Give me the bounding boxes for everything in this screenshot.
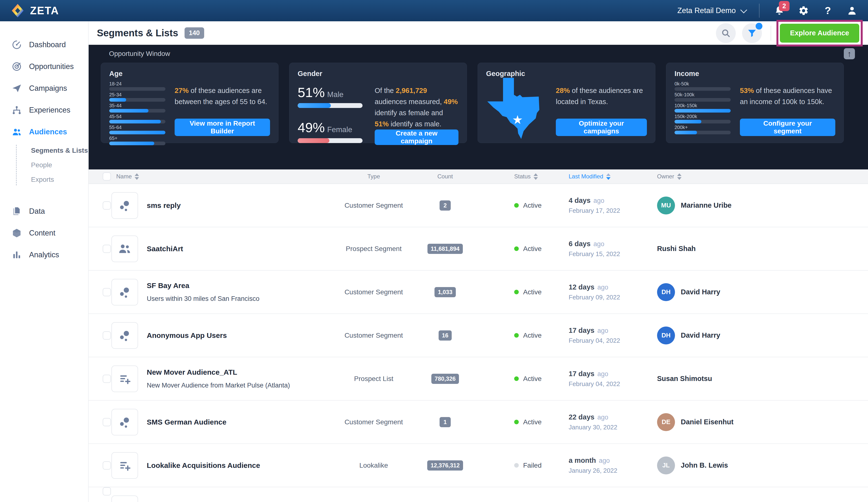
opportunity-window-header: Opportunity Window ↑ bbox=[101, 45, 856, 63]
sidebar-item-label: Audiences bbox=[29, 127, 67, 136]
sidebar-subitem-segments-lists[interactable]: Segments & Lists bbox=[31, 143, 88, 158]
row-checkbox[interactable] bbox=[103, 245, 111, 253]
count-badge: 12,376,312 bbox=[427, 460, 463, 471]
row-checkbox[interactable] bbox=[103, 201, 111, 210]
segment-name[interactable]: SF Bay Area bbox=[147, 282, 318, 290]
sidebar-item-dashboard[interactable]: Dashboard bbox=[0, 34, 88, 56]
sidebar-item-analytics[interactable]: Analytics bbox=[0, 244, 88, 266]
column-header-last-modified[interactable]: Last Modified bbox=[565, 173, 652, 180]
account-switcher[interactable]: Zeta Retail Demo bbox=[678, 6, 745, 15]
owner-cell: Rushi Shah bbox=[652, 245, 779, 253]
row-checkbox[interactable] bbox=[103, 288, 111, 296]
sidebar-subitem-exports[interactable]: Exports bbox=[31, 172, 88, 187]
sort-icon[interactable] bbox=[135, 173, 139, 180]
notifications-button[interactable]: 2 bbox=[773, 4, 786, 17]
segment-type: Customer Segment bbox=[325, 288, 422, 296]
modified-ago-suffix: ago bbox=[597, 370, 608, 378]
sidebar-item-opportunities[interactable]: Opportunities bbox=[0, 56, 88, 77]
card-title: Age bbox=[109, 70, 270, 78]
search-button[interactable] bbox=[716, 23, 736, 43]
row-checkbox[interactable] bbox=[103, 418, 111, 426]
bar-track bbox=[109, 120, 165, 124]
column-header-owner[interactable]: Owner bbox=[652, 173, 779, 180]
user-icon bbox=[847, 5, 857, 16]
owner-avatar: JL bbox=[657, 457, 675, 474]
sidebar-item-data[interactable]: Data bbox=[0, 200, 88, 222]
bar-track bbox=[674, 120, 731, 124]
select-all-checkbox[interactable] bbox=[103, 172, 111, 180]
last-modified-cell: 17 daysagoFebruary 04, 2022 bbox=[565, 326, 652, 344]
filter-active-dot bbox=[756, 23, 762, 30]
text-fragment: of these audiences have an income of 100… bbox=[740, 87, 832, 106]
column-header-count[interactable]: Count bbox=[422, 173, 468, 180]
modified-ago-suffix: ago bbox=[593, 240, 604, 248]
filter-button[interactable] bbox=[742, 23, 762, 43]
segment-dots-icon bbox=[117, 328, 132, 343]
distribution-bar: 50k-100k bbox=[674, 92, 731, 102]
explore-audience-button[interactable]: Explore Audience bbox=[780, 24, 859, 43]
highlight-value: 49% bbox=[444, 98, 458, 106]
owner-cell: JLJohn B. Lewis bbox=[652, 457, 779, 474]
profile-button[interactable] bbox=[846, 4, 858, 17]
row-checkbox[interactable] bbox=[103, 487, 111, 495]
sort-icon[interactable] bbox=[534, 173, 538, 180]
status-label: Active bbox=[523, 288, 541, 296]
gender-bar-fill bbox=[298, 103, 331, 108]
column-label: Count bbox=[437, 173, 453, 180]
card-action-button-optimize-your-campaigns[interactable]: Optimize your campaigns bbox=[556, 118, 647, 136]
card-action-button-create-a-new-campaign[interactable]: Create a new campaign bbox=[375, 129, 458, 145]
main-content: Segments & Lists 140 bbox=[89, 21, 868, 502]
segment-name[interactable]: Anonymous App Users bbox=[147, 331, 318, 339]
segment-name-block: SMS German Audience bbox=[147, 418, 325, 426]
status-dot-active bbox=[514, 203, 519, 208]
zeta-app: ZETA Zeta Retail Demo 2 ? bbox=[0, 0, 868, 502]
column-header-type[interactable]: Type bbox=[325, 173, 422, 180]
sidebar-item-campaigns[interactable]: Campaigns bbox=[0, 77, 88, 99]
row-checkbox[interactable] bbox=[103, 331, 111, 339]
brand[interactable]: ZETA bbox=[11, 4, 59, 18]
status-label: Failed bbox=[523, 462, 541, 469]
gender-percent: 49% bbox=[298, 120, 325, 135]
topnav-divider bbox=[759, 4, 760, 18]
segment-name-block: Anonymous App Users bbox=[147, 331, 325, 339]
segment-name[interactable]: New Mover Audience_ATL bbox=[147, 368, 318, 376]
bar-label: 50k-100k bbox=[674, 92, 731, 97]
count-badge: 2 bbox=[440, 200, 451, 211]
collapse-panel-icon[interactable]: ↑ bbox=[844, 48, 855, 59]
segment-name[interactable]: Lookalike Acquisitions Audience bbox=[147, 461, 318, 470]
card-action-button-view-more-in-report-builder[interactable]: View more in Report Builder bbox=[175, 118, 270, 136]
status-label: Active bbox=[523, 202, 541, 209]
modified-date: January 26, 2022 bbox=[569, 467, 652, 474]
sidebar-item-content[interactable]: Content bbox=[0, 222, 88, 244]
sidebar-item-label: Data bbox=[29, 207, 45, 216]
sort-down-arrow bbox=[677, 177, 682, 180]
table-row-sms-reply: sms replyCustomer Segment2Active4 daysag… bbox=[89, 184, 868, 227]
row-checkbox[interactable] bbox=[103, 375, 111, 383]
sidebar-item-audiences[interactable]: Audiences bbox=[0, 121, 88, 143]
row-checkbox[interactable] bbox=[103, 461, 111, 470]
segment-name[interactable]: sms reply bbox=[147, 201, 318, 210]
help-button[interactable]: ? bbox=[822, 4, 834, 17]
segment-name[interactable]: SMS German Audience bbox=[147, 418, 318, 426]
bar-label: 18-24 bbox=[109, 81, 165, 86]
count-badge: 1 bbox=[440, 417, 451, 427]
bar-chart-icon bbox=[12, 250, 22, 260]
bar-track bbox=[674, 98, 731, 102]
segment-type-tile bbox=[111, 192, 138, 219]
sidebar-item-experiences[interactable]: Experiences bbox=[0, 99, 88, 121]
bar-track bbox=[109, 131, 165, 134]
column-header-name[interactable]: Name bbox=[111, 173, 147, 180]
card-body: 0k-50k50k-100k100k-150k150k-200k200k+53%… bbox=[674, 81, 835, 136]
modified-date: February 04, 2022 bbox=[569, 380, 652, 388]
bar-label: 150k-200k bbox=[674, 114, 731, 119]
sidebar-subitem-people[interactable]: People bbox=[31, 158, 88, 172]
sort-icon[interactable] bbox=[677, 173, 682, 180]
settings-button[interactable] bbox=[797, 4, 810, 17]
column-header-status[interactable]: Status bbox=[468, 173, 565, 180]
people-icon bbox=[117, 242, 132, 256]
segment-type-tile bbox=[111, 409, 138, 436]
card-action-button-configure-your-segment[interactable]: Configure your segment bbox=[740, 118, 835, 136]
sort-icon[interactable] bbox=[606, 173, 611, 180]
distribution-bar: 100k-150k bbox=[674, 103, 731, 113]
segment-name[interactable]: SaatchiArt bbox=[147, 245, 318, 253]
